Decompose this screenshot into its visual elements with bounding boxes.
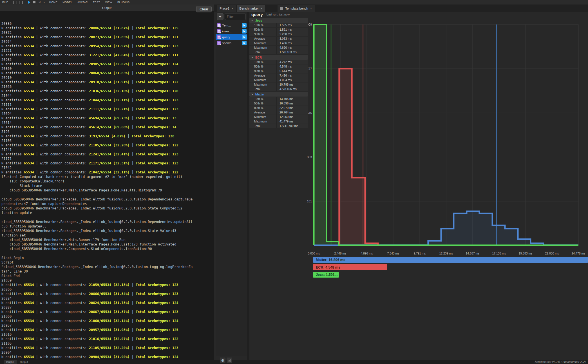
play-icon[interactable] — [28, 1, 30, 4]
console-line: N entities 65534 │ with common component… — [1, 125, 214, 129]
section-name: Matter — [255, 93, 265, 96]
console-line: [Fusion] Computed callback error: invali… — [1, 175, 214, 179]
console-line: N entities 65534 │ with common component… — [1, 301, 214, 305]
settings-gear-icon[interactable]: ⚙ — [220, 358, 225, 363]
stat-value: 26.764 ms — [276, 110, 308, 115]
stat-row: 50th %16.896 ms — [249, 101, 308, 106]
console-line: N entities 65534 │ with common component… — [1, 319, 214, 323]
menu-home[interactable]: HOME — [49, 1, 57, 4]
stat-value: 1.591 ms — [276, 28, 308, 32]
tab-close-icon[interactable]: × — [261, 7, 262, 10]
console-line: N entities 65534 │ with common component… — [1, 292, 214, 296]
dock-tab-output[interactable]: Output — [18, 360, 30, 364]
panel-divider[interactable] — [247, 12, 249, 360]
console-line — [1, 193, 214, 197]
tab-label: Template.bench — [285, 7, 308, 10]
console-line: 21059 — [1, 278, 214, 283]
menu-plugins[interactable]: PLUGINS — [117, 1, 130, 4]
stat-label: 50th % — [249, 64, 276, 69]
menu-avatar[interactable]: AVATAR — [77, 1, 88, 4]
play-icon — [243, 24, 245, 26]
stat-value: 4.272 ms — [276, 60, 308, 64]
undo-caret-icon[interactable]: ▾ — [44, 1, 45, 4]
console-line: function update — [1, 211, 214, 215]
console-line: N entities 65534 │ with common component… — [1, 170, 214, 175]
stat-row: Maximum4.690 ms — [249, 46, 308, 50]
stat-label: 90th % — [249, 106, 276, 110]
run-benchmark-button[interactable] — [242, 41, 247, 45]
menu-file[interactable]: FILE — [2, 1, 8, 4]
console-line: 3193 — [1, 129, 214, 134]
tab-place1[interactable]: Place1× — [217, 5, 236, 12]
console-line: 21241 — [1, 148, 214, 152]
console-line: 21042 — [1, 166, 214, 170]
console-line — [1, 215, 214, 220]
console-line: cloud_5853950046.Benchmarker.Packages._I… — [1, 229, 214, 233]
run-benchmark-button[interactable] — [242, 23, 247, 28]
benchmark-item-query[interactable]: query — [216, 34, 247, 40]
console-line: 45614 — [1, 120, 214, 125]
play-icon — [243, 30, 245, 32]
clear-button[interactable]: Clear — [196, 6, 212, 12]
menu-view[interactable]: VIEW — [105, 1, 112, 4]
run-benchmark-button[interactable] — [242, 29, 247, 34]
console-line: N entities 65534 │ with common component… — [1, 62, 214, 66]
stop-icon[interactable] — [33, 1, 35, 3]
tab-close-icon[interactable]: × — [231, 7, 233, 10]
stat-label: Average — [249, 110, 276, 115]
menu-test[interactable]: TEST — [93, 1, 100, 4]
benchmark-item-label: spawn — [222, 41, 231, 45]
editor-tabbar: Place1×Benchmarker×Template.bench× — [214, 5, 588, 12]
console-line: N entities 65534 │ with common component… — [1, 283, 214, 287]
stat-row: Minimum4.054 ms — [249, 78, 308, 82]
stat-row: Minimum1.436 ms — [249, 41, 308, 45]
benchmark-item-label: query — [222, 35, 230, 39]
menubar: FILE ↺ ▾ HOMEMODELAVATARTESTVIEWPLUGINS — [0, 0, 588, 5]
stat-label: 10th % — [249, 97, 276, 101]
open-file-icon[interactable] — [17, 1, 19, 4]
tab-label: Benchmarker — [240, 7, 259, 10]
console-line: 20904 — [1, 350, 214, 355]
run-benchmark-button[interactable] — [242, 35, 247, 39]
console-line: N entities 65534 │ with common component… — [1, 53, 214, 57]
console-line: N entities 65534 │ with common component… — [1, 355, 214, 359]
section-header-jecs[interactable]: Jecs — [249, 18, 308, 23]
export-report-icon[interactable] — [227, 358, 232, 363]
stat-value: 1.505 ms — [276, 23, 308, 27]
section-header-ecr[interactable]: ECR — [249, 55, 308, 60]
stat-value: 4778.496 ms — [276, 87, 308, 91]
console-line: 21044 — [1, 93, 214, 98]
menu-model[interactable]: MODEL — [62, 1, 72, 4]
tab-close-icon[interactable]: × — [310, 7, 312, 10]
stat-value: 12.050 ms — [276, 115, 308, 119]
console-line: Stack Begin — [1, 256, 214, 260]
save-icon[interactable] — [22, 1, 25, 4]
section-header-matter[interactable]: Matter — [249, 92, 308, 97]
console-line: 20954 — [1, 39, 214, 44]
stat-row: Maximum10.798 ms — [249, 82, 308, 87]
stat-value: 4.054 ms — [276, 78, 308, 82]
benchmark-item-tem[interactable]: Tem... — [216, 23, 247, 28]
new-file-icon[interactable] — [11, 1, 14, 4]
console-line: ---- Stack trace ---- — [1, 184, 214, 188]
console-line: 20887 — [1, 305, 214, 310]
benchmark-item-inser[interactable]: inser... — [216, 28, 247, 34]
filter-input[interactable] — [225, 13, 246, 20]
stat-value: 4.690 ms — [276, 46, 308, 50]
console-line: cloud_5853950046.Benchmarker.Packages._I… — [1, 197, 214, 202]
tab-benchmarker[interactable]: Benchmarker× — [237, 5, 265, 12]
benchmark-item-spawn[interactable]: spawn — [216, 40, 247, 46]
stat-label: Maximum — [249, 119, 276, 124]
tab-template-bench[interactable]: Template.bench× — [278, 5, 315, 12]
console-line: N entities 65534 │ with common component… — [1, 71, 214, 75]
selected-benchmark-title: query — [251, 12, 263, 17]
chevron-down-icon — [251, 19, 253, 21]
dock-tab-output[interactable]: Output — [4, 360, 17, 364]
add-benchmark-button[interactable]: + — [217, 13, 223, 20]
output-console[interactable]: 20886N entities 65534 │ with common comp… — [0, 11, 214, 360]
undo-icon[interactable]: ↺ — [38, 1, 41, 4]
console-line: 21105 — [1, 139, 214, 143]
stat-value: 2.230 ms — [276, 32, 308, 36]
statusbar: OutputOutput Benchmarker v7.2.0, © boatb… — [0, 360, 588, 364]
console-line: pendencies:47 function captureDependenci… — [1, 202, 214, 206]
